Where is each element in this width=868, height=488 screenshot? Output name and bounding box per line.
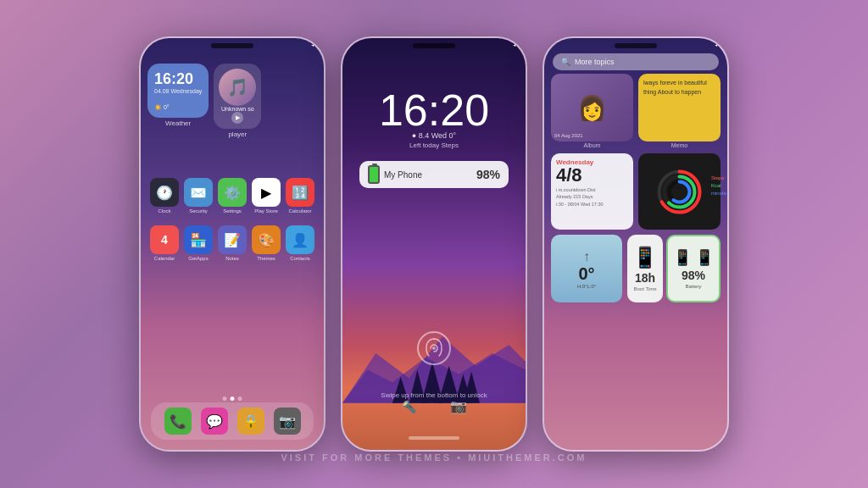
battery-widget[interactable]: 📱 📱 98% Battery [666, 235, 721, 302]
lock-bottom-bar: 🔦 📷 [402, 398, 467, 414]
widget-row-1: 👩 04 Aug 2021 Album lways foreve in beau… [551, 74, 721, 148]
calendar-widget[interactable]: Wednesday 4/8 i m.countdown Dist Already… [551, 153, 633, 230]
calculator-label: Calculator [288, 208, 311, 214]
album-date: 04 Aug 2021 [554, 133, 583, 138]
page-dot-3 [238, 396, 242, 401]
compass-widget[interactable]: ↑ 0° H:0°L:0° [551, 235, 622, 302]
app-getapps[interactable]: 🏪 GetApps [184, 225, 213, 261]
themes-label: Themes [257, 256, 275, 261]
player-title: Unknown so [221, 106, 254, 112]
dock-lock[interactable]: 🔒 [237, 408, 264, 435]
calendar-icon: 4 [150, 225, 179, 254]
search-placeholder: More topics [575, 58, 615, 66]
app-themes[interactable]: 🎨 Themes [252, 225, 281, 261]
boot-widget[interactable]: 📱 18h Boot Time [627, 235, 663, 302]
widget-date: 04.08 Wednesday [154, 88, 202, 94]
activity-rings: Steps Kcal minute [656, 169, 703, 215]
security-icon: ✉️ [184, 178, 213, 207]
dock-phone[interactable]: 📞 [164, 408, 192, 435]
svg-point-8 [432, 347, 436, 350]
boot-time: 18h [635, 271, 655, 285]
getapps-icon: 🏪 [184, 225, 213, 254]
lock-date: ● 8.4 Wed 0° [342, 131, 526, 140]
lock-flashlight-icon[interactable]: 🔦 [402, 400, 416, 413]
boot-battery-group: 📱 18h Boot Time 📱 📱 98% Battery [627, 235, 721, 302]
calendar-info: i m.countdown Dist Already 215 Days i:30… [556, 186, 628, 208]
phone3-notch [615, 43, 657, 48]
widget-temp: ☀️ 0° [154, 104, 202, 111]
compass-coords: H:0°L:0° [577, 284, 596, 289]
dock-camera[interactable]: 📷 [274, 408, 301, 435]
watermark: VISIT FOR MORE THEMES • MIUITHEMER.COM [281, 452, 587, 463]
search-icon: 🔍 [561, 58, 570, 66]
weather-widget[interactable]: 16:20 04.08 Wednesday ☀️ 0° Weather [147, 64, 209, 138]
contacts-icon: 👤 [286, 225, 314, 254]
battery-label: Battery [685, 284, 701, 289]
phone1-notch [211, 43, 253, 48]
phone3-status-plus: + [715, 42, 719, 49]
widget-row-3: ↑ 0° H:0°L:0° 📱 18h Boot Time 📱 📱 [551, 235, 721, 302]
app-row-2: 4 Calendar 🏪 GetApps 📝 Notes 🎨 Themes 👤 [147, 225, 317, 261]
memo-label: Memo [638, 142, 721, 148]
album-widget[interactable]: 👩 04 Aug 2021 [551, 74, 633, 141]
lock-date2: Left today Steps [342, 141, 526, 149]
battery-device-label: My Phone [384, 170, 422, 180]
compass-arrow-icon: ↑ [583, 249, 590, 264]
app-row-1: 🕐 Clock ✉️ Security ⚙️ Settings ▶ Play S… [147, 178, 317, 214]
search-bar[interactable]: 🔍 More topics [553, 53, 719, 70]
boot-icon: 📱 [632, 246, 658, 269]
album-image: 👩 [551, 74, 633, 141]
app-notes[interactable]: 📝 Notes [218, 225, 247, 261]
battery-phones: 📱 📱 [673, 248, 714, 267]
battery-phone-icon: 📱 [673, 248, 692, 267]
app-playstore[interactable]: ▶ Play Store [252, 178, 281, 214]
phone1-status-plus: + [311, 42, 315, 49]
memo-widget[interactable]: lways foreve in beautiful thing About to… [638, 74, 721, 141]
play-button[interactable]: ▶ [231, 112, 243, 124]
themes-icon: 🎨 [252, 225, 281, 254]
widget-row-2: Wednesday 4/8 i m.countdown Dist Already… [551, 153, 721, 230]
playstore-label: Play Store [254, 208, 278, 214]
player-controls: ▶ [231, 112, 243, 124]
player-widget[interactable]: 🎵 Unknown so ▶ player [214, 64, 261, 138]
app-clock[interactable]: 🕐 Clock [150, 178, 179, 214]
widgets-grid: 👩 04 Aug 2021 Album lways foreve in beau… [551, 74, 721, 308]
fingerprint-button[interactable] [417, 331, 451, 365]
getapps-label: GetApps [188, 256, 208, 261]
steps-label: Steps [711, 175, 726, 180]
phone3-status-bar: + [715, 42, 719, 49]
lock-time: 16:20 [342, 85, 526, 136]
dock-messages[interactable]: 💬 [201, 408, 228, 435]
album-label: Album [551, 142, 633, 148]
page-dots [223, 396, 242, 401]
minute-label: minute [711, 191, 726, 196]
battery-icon [368, 165, 380, 184]
boot-label: Boot Time [633, 286, 656, 291]
phone2-status-bar: + [513, 42, 517, 49]
home-indicator [409, 436, 459, 440]
app-grid: 🕐 Clock ✉️ Security ⚙️ Settings ▶ Play S… [147, 178, 317, 273]
lock-battery-widget: My Phone 98% [359, 161, 509, 188]
battery-percentage: 98% [476, 168, 500, 181]
widget-time: 16:20 [154, 70, 202, 88]
playstore-icon: ▶ [252, 178, 281, 207]
app-calendar[interactable]: 4 Calendar [150, 225, 179, 261]
kcal-label: Kcal [711, 183, 726, 188]
phone-3: + 🔍 More topics 👩 04 Aug 2021 Album [542, 36, 729, 452]
battery-left: My Phone [368, 165, 422, 184]
settings-label: Settings [223, 208, 242, 214]
app-calculator[interactable]: 🔢 Calculator [286, 178, 314, 214]
app-contacts[interactable]: 👤 Contacts [286, 225, 314, 261]
activity-widget[interactable]: Steps Kcal minute [638, 153, 721, 230]
weather-label: Weather [147, 119, 209, 127]
clock-icon: 🕐 [150, 178, 179, 207]
phone-1: + 16:20 04.08 Wednesday ☀️ 0° Weather 🎵 … [139, 36, 326, 452]
app-settings[interactable]: ⚙️ Settings [218, 178, 247, 214]
calendar-date: 4/8 [556, 166, 628, 185]
compass-degrees: 0° [578, 264, 594, 284]
lock-camera-icon[interactable]: 📷 [450, 398, 467, 414]
notes-icon: 📝 [218, 225, 247, 254]
memo-text: lways foreve in beautiful thing About to… [643, 79, 715, 97]
app-security[interactable]: ✉️ Security [184, 178, 213, 214]
notes-label: Notes [225, 256, 239, 261]
